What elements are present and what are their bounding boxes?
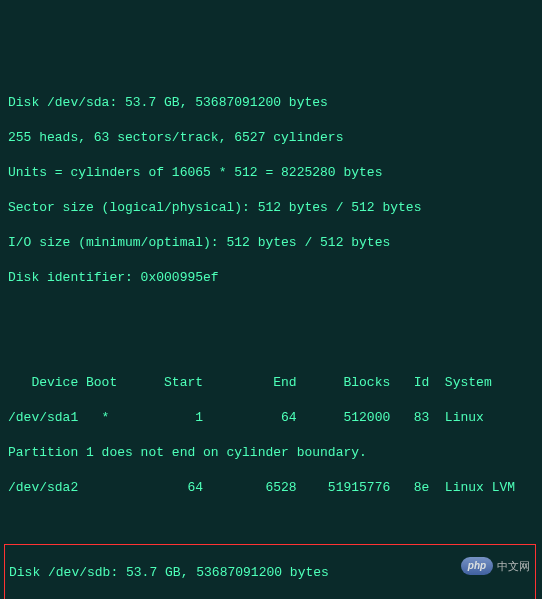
disk-sda-header: Disk /dev/sda: 53.7 GB, 53687091200 byte… bbox=[8, 94, 534, 112]
disk-sda-block: Disk /dev/sda: 53.7 GB, 53687091200 byte… bbox=[8, 76, 534, 304]
disk-sda-units: Units = cylinders of 16065 * 512 = 82252… bbox=[8, 164, 534, 182]
partition-row-sda1: /dev/sda1 * 1 64 512000 83 Linux bbox=[8, 409, 534, 427]
disk-sda-geometry: 255 heads, 63 sectors/track, 6527 cylind… bbox=[8, 129, 534, 147]
watermark: php 中文网 bbox=[461, 557, 530, 575]
partition-boundary-warning: Partition 1 does not end on cylinder bou… bbox=[8, 444, 534, 462]
partition-row-sda2: /dev/sda2 64 6528 51915776 8e Linux LVM bbox=[8, 479, 534, 497]
disk-sda-identifier: Disk identifier: 0x000995ef bbox=[8, 269, 534, 287]
watermark-text: 中文网 bbox=[497, 559, 530, 574]
php-logo-icon: php bbox=[461, 557, 493, 575]
highlighted-disk-sdb: Disk /dev/sdb: 53.7 GB, 53687091200 byte… bbox=[4, 544, 536, 599]
partition-table-header: Device Boot Start End Blocks Id System bbox=[8, 374, 534, 392]
partition-table: Device Boot Start End Blocks Id System /… bbox=[8, 356, 534, 514]
disk-sda-sector-size: Sector size (logical/physical): 512 byte… bbox=[8, 199, 534, 217]
disk-sdb-header: Disk /dev/sdb: 53.7 GB, 53687091200 byte… bbox=[9, 564, 535, 582]
disk-sda-io-size: I/O size (minimum/optimal): 512 bytes / … bbox=[8, 234, 534, 252]
